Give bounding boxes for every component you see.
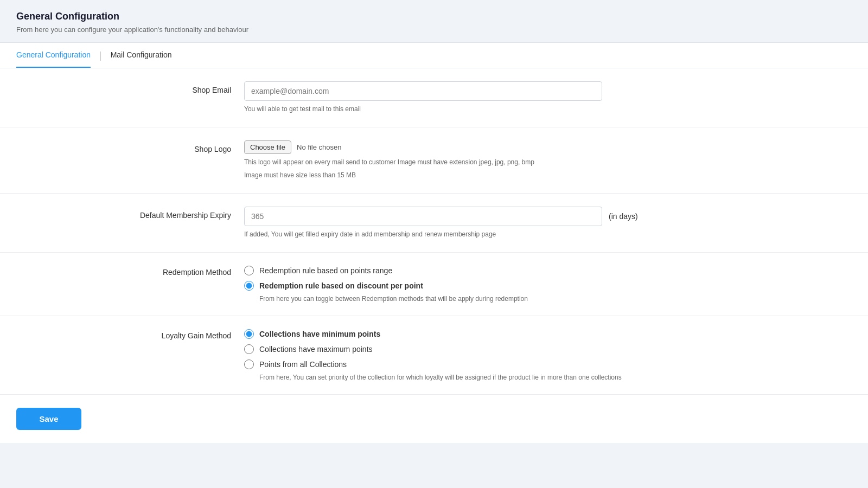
tab-divider: |	[99, 50, 102, 60]
redemption-radio-discount-per-point[interactable]	[244, 281, 254, 291]
redemption-method-row: Redemption Method Redemption rule based …	[0, 253, 868, 316]
membership-expiry-control: (in days) If added, You will get filled …	[244, 207, 852, 239]
shop-email-control: You will able to get test mail to this e…	[244, 81, 852, 114]
shop-logo-help-1: This logo will appear on every mail send…	[244, 157, 852, 167]
save-button[interactable]: Save	[16, 408, 81, 430]
tabs-bar: General Configuration | Mail Configurati…	[0, 43, 868, 68]
days-label: (in days)	[609, 212, 638, 221]
header-section: General Configuration From here you can …	[0, 0, 868, 43]
loyalty-max-points-label: Collections have maximum points	[259, 345, 373, 354]
redemption-option-points-range[interactable]: Redemption rule based on points range	[244, 266, 852, 275]
tab-general-configuration[interactable]: General Configuration	[16, 43, 91, 68]
loyalty-description: From here, You can set priority of the c…	[244, 374, 852, 381]
loyalty-gain-method-control: Collections have minimum points Collecti…	[244, 329, 852, 381]
redemption-method-control: Redemption rule based on points range Re…	[244, 266, 852, 303]
shop-logo-row: Shop Logo Choose file No file chosen Thi…	[0, 127, 868, 194]
choose-file-button[interactable]: Choose file	[244, 140, 291, 154]
shop-logo-label: Shop Logo	[16, 140, 244, 153]
loyalty-radio-all-collections[interactable]	[244, 359, 254, 369]
redemption-radio-group: Redemption rule based on points range Re…	[244, 266, 852, 291]
loyalty-option-min-points[interactable]: Collections have minimum points	[244, 329, 852, 339]
page-title: General Configuration	[16, 11, 852, 22]
tab-mail-configuration[interactable]: Mail Configuration	[111, 43, 172, 68]
membership-expiry-input[interactable]	[244, 207, 602, 226]
shop-logo-control: Choose file No file chosen This logo wil…	[244, 140, 852, 180]
shop-logo-help-2: Image must have size less than 15 MB	[244, 170, 852, 180]
membership-expiry-row: Default Membership Expiry (in days) If a…	[0, 194, 868, 253]
no-file-text: No file chosen	[297, 143, 341, 151]
save-button-container: Save	[0, 395, 868, 443]
redemption-radio-points-range[interactable]	[244, 266, 254, 275]
content-area: Shop Email You will able to get test mai…	[0, 68, 868, 443]
page-container: General Configuration From here you can …	[0, 0, 868, 488]
redemption-description: From here you can toggle between Redempt…	[244, 295, 852, 303]
expiry-row: (in days)	[244, 207, 852, 226]
loyalty-radio-group: Collections have minimum points Collecti…	[244, 329, 852, 369]
shop-email-input[interactable]	[244, 81, 602, 101]
loyalty-radio-max-points[interactable]	[244, 344, 254, 354]
membership-expiry-label: Default Membership Expiry	[16, 207, 244, 220]
membership-expiry-help: If added, You will get filled expiry dat…	[244, 229, 852, 239]
shop-email-row: Shop Email You will able to get test mai…	[0, 68, 868, 127]
loyalty-option-all-collections[interactable]: Points from all Collections	[244, 359, 852, 369]
redemption-discount-per-point-label: Redemption rule based on discount per po…	[259, 281, 423, 290]
loyalty-option-max-points[interactable]: Collections have maximum points	[244, 344, 852, 354]
page-subtitle: From here you can configure your applica…	[16, 25, 852, 34]
redemption-option-discount-per-point[interactable]: Redemption rule based on discount per po…	[244, 281, 852, 291]
loyalty-min-points-label: Collections have minimum points	[259, 330, 380, 338]
loyalty-gain-method-label: Loyalty Gain Method	[16, 329, 244, 340]
redemption-points-range-label: Redemption rule based on points range	[259, 266, 392, 275]
redemption-method-label: Redemption Method	[16, 266, 244, 277]
shop-email-label: Shop Email	[16, 81, 244, 94]
shop-email-help: You will able to get test mail to this e…	[244, 104, 852, 114]
file-input-row: Choose file No file chosen	[244, 140, 852, 154]
loyalty-gain-method-row: Loyalty Gain Method Collections have min…	[0, 316, 868, 395]
loyalty-radio-min-points[interactable]	[244, 329, 254, 339]
loyalty-all-collections-label: Points from all Collections	[259, 360, 347, 369]
